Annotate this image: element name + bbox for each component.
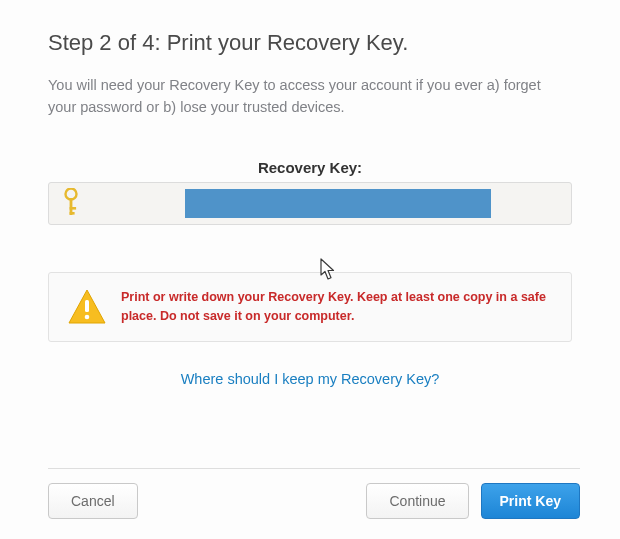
step-subtitle: You will need your Recovery Key to acces…: [48, 74, 572, 119]
key-icon: [61, 188, 81, 218]
continue-button[interactable]: Continue: [366, 483, 468, 519]
warning-text: Print or write down your Recovery Key. K…: [121, 288, 553, 327]
help-link-row: Where should I keep my Recovery Key?: [48, 370, 572, 388]
svg-point-0: [66, 189, 77, 200]
print-key-button[interactable]: Print Key: [481, 483, 580, 519]
svg-rect-4: [85, 300, 89, 312]
cancel-button[interactable]: Cancel: [48, 483, 138, 519]
svg-point-5: [85, 315, 90, 320]
recovery-key-field: [48, 182, 572, 225]
step-title: Step 2 of 4: Print your Recovery Key.: [48, 30, 572, 56]
svg-rect-2: [70, 207, 77, 210]
footer-bar: Cancel Continue Print Key: [48, 468, 580, 519]
recovery-key-value: [185, 189, 491, 218]
warning-icon: [67, 287, 107, 327]
recovery-key-label: Recovery Key:: [48, 159, 572, 176]
svg-rect-3: [70, 212, 75, 215]
warning-box: Print or write down your Recovery Key. K…: [48, 272, 572, 342]
help-link[interactable]: Where should I keep my Recovery Key?: [181, 371, 440, 387]
